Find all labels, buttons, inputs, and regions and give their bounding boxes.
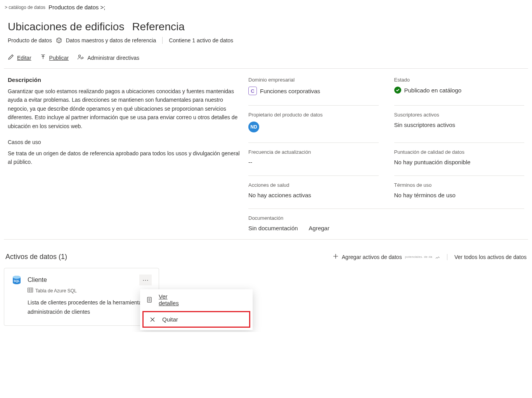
subscribers-label: Suscriptores activos [394, 112, 525, 118]
person-gear-icon [77, 54, 84, 61]
breadcrumb-products[interactable]: Productos de datos >; [49, 4, 105, 10]
use-cases-text: Se trata de un origen de datos de refere… [8, 149, 241, 167]
asset-type: Tabla de Azure SQL [35, 288, 77, 294]
docs-add-button[interactable]: Agregar [309, 225, 329, 231]
title-row: Ubicaciones de edificios Referencia [0, 14, 532, 37]
owner-label: Propietario del producto de datos [248, 112, 379, 118]
page-title: Ubicaciones de edificios [8, 21, 124, 33]
add-assets-sublabel: potenciales. de da [405, 255, 432, 259]
breadcrumb: > catálogo de datos Productos de datos >… [0, 4, 532, 14]
more-icon: ⋯ [142, 276, 149, 284]
use-cases-label: Casos de uso [8, 139, 241, 145]
document-icon [146, 297, 153, 303]
svg-point-3 [13, 276, 21, 279]
check-circle-icon [394, 87, 401, 94]
docs-label: Documentación [248, 215, 524, 221]
left-column: Descripción Garantizar que solo estamos … [8, 76, 241, 231]
publish-button[interactable]: Publicar [40, 54, 69, 61]
subtitle-row: Producto de datos Datos maestros y datos… [0, 37, 532, 49]
asset-card: SQL Cliente ⋯ Tabla de Azure SQL Lista d… [4, 268, 159, 326]
manage-policies-label: Administrar directivas [87, 55, 139, 61]
divider [162, 37, 163, 44]
health-label: Acciones de salud [248, 182, 379, 188]
plus-icon [333, 253, 339, 261]
edit-button[interactable]: Editar [8, 54, 31, 61]
quality-label: Puntuación de calidad de datos [394, 149, 525, 155]
remove-label: Quitar [162, 316, 178, 323]
domain-cell: Dominio empresarial C Funciones corporat… [248, 76, 379, 95]
toolbar: Editar Publicar Administrar directivas [0, 49, 532, 68]
quality-value: No hay puntuación disponible [394, 159, 525, 165]
assets-section: Activos de datos (1) Agregar activos de … [0, 247, 532, 326]
frequency-cell: Frecuencia de actualización -- [248, 143, 379, 165]
edit-label: Editar [17, 55, 31, 61]
breadcrumb-catalog[interactable]: > catálogo de datos [5, 5, 45, 10]
cube-icon [56, 37, 62, 43]
subscribers-value: Sin suscriptores activos [394, 122, 525, 128]
docs-value: Sin documentación [248, 225, 298, 231]
frequency-label: Frecuencia de actualización [248, 149, 379, 155]
publish-label: Publicar [49, 55, 69, 61]
upload-icon [40, 54, 46, 61]
contains-label: Contiene 1 activo de datos [169, 37, 233, 43]
product-label: Producto de datos [8, 37, 52, 43]
domain-chip-icon: C [248, 87, 257, 95]
health-value: No hay acciones activas [248, 192, 379, 198]
add-assets-label: Agregar activos de datos [342, 254, 402, 260]
description-text: Garantizar que solo estamos realizando p… [8, 87, 241, 130]
asset-name[interactable]: Cliente [28, 276, 47, 283]
divider [4, 239, 528, 240]
svg-rect-5 [28, 288, 33, 292]
status-value: Publicado en catálogo [404, 87, 462, 94]
status-cell: Estado Publicado en catálogo [394, 76, 525, 95]
view-details-label: Ver detalles [159, 293, 179, 306]
close-icon [150, 317, 157, 322]
quality-cell: Puntuación de calidad de datos No hay pu… [394, 143, 525, 165]
asset-more-button[interactable]: ⋯ [139, 275, 152, 285]
right-column: Dominio empresarial C Funciones corporat… [248, 76, 524, 231]
type-label: Datos maestros y datos de referencia [66, 37, 156, 43]
domain-value[interactable]: Funciones corporativas [260, 88, 320, 94]
svg-point-1 [82, 57, 83, 59]
reference-badge: Referencia [132, 21, 184, 33]
remove-menu-item[interactable]: Quitar [142, 311, 250, 328]
context-menu: Ver detalles Quitar [140, 289, 253, 330]
domain-label: Dominio empresarial [248, 77, 379, 83]
avatar[interactable]: ND [248, 122, 259, 132]
edit-small-icon [435, 254, 440, 260]
health-cell: Acciones de salud No hay acciones activa… [248, 176, 379, 198]
add-assets-button[interactable]: Agregar activos de datos potenciales. de… [333, 253, 440, 261]
content: Descripción Garantizar que solo estamos … [0, 69, 532, 239]
manage-policies-button[interactable]: Administrar directivas [77, 54, 139, 61]
sql-database-icon: SQL [11, 275, 22, 285]
asset-description: Lista de clientes procedentes de la herr… [28, 298, 152, 317]
view-all-assets-link[interactable]: Ver todos los activos de datos [447, 254, 527, 260]
terms-cell: Términos de uso No hay términos de uso [394, 176, 525, 198]
description-label: Descripción [8, 76, 241, 83]
svg-point-0 [79, 55, 81, 57]
view-details-menu-item[interactable]: Ver detalles [140, 289, 253, 310]
subscribers-cell: Suscriptores activos Sin suscriptores ac… [394, 105, 525, 132]
assets-title: Activos de datos (1) [5, 253, 67, 261]
terms-value: No hay términos de uso [394, 192, 525, 198]
terms-label: Términos de uso [394, 182, 525, 188]
table-icon [28, 288, 33, 294]
frequency-value: -- [248, 159, 379, 165]
pencil-icon [8, 54, 14, 61]
owner-cell: Propietario del producto de datos ND [248, 105, 379, 132]
svg-text:SQL: SQL [14, 279, 20, 283]
status-label: Estado [394, 77, 525, 83]
documentation-cell: Documentación Sin documentación Agregar [248, 209, 524, 231]
